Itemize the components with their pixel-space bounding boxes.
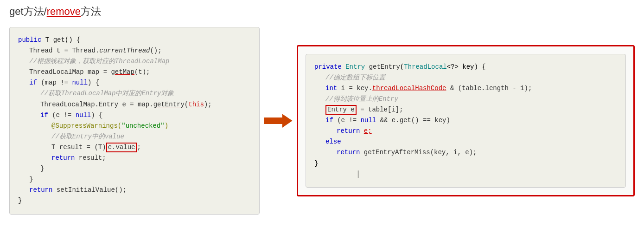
code-line: return setInitialValue(); <box>18 185 251 196</box>
code-line: T result = (T)e.value; <box>18 142 251 153</box>
code-line-comment: //得到该位置上的Entry <box>314 94 617 104</box>
main-layout: public T get() { Thread t = Thread.curre… <box>9 27 635 215</box>
title-part2: 方法 <box>81 6 101 17</box>
code-line-comment: //获取ThreadLocalMap中对应的Entry对象 <box>18 88 251 99</box>
code-line: Thread t = Thread.currentThread(); <box>18 46 251 56</box>
code-line: else <box>314 137 617 147</box>
code-line-annotation: @SuppressWarnings("unchecked") <box>18 121 251 131</box>
code-line: return getEntryAfterMiss(key, i, e); <box>314 147 617 158</box>
code-line: public T get() { <box>18 36 80 44</box>
code-line-comment: //确定数组下标位置 <box>314 72 617 83</box>
right-code-block: private Entry getEntry(ThreadLocal<?> ke… <box>306 54 626 188</box>
code-line-entry-e: Entry e = table[i]; <box>314 104 617 115</box>
code-line-comment: //根据线程对象，获取对应的ThreadLocalMap <box>18 56 251 67</box>
code-line: return e; <box>314 126 617 137</box>
svg-marker-1 <box>264 114 292 128</box>
code-line: } <box>18 197 22 204</box>
code-line: } <box>18 174 251 185</box>
code-line: } <box>18 163 251 174</box>
code-line: private Entry getEntry(ThreadLocal<?> ke… <box>314 63 486 71</box>
page-title: get方法/remove方法 <box>9 5 635 19</box>
arrow-container <box>260 109 297 132</box>
code-line: int i = key.threadLocalHashCode & (table… <box>314 83 617 94</box>
cursor: │ <box>356 169 360 180</box>
right-code-outer: private Entry getEntry(ThreadLocal<?> ke… <box>297 45 635 196</box>
code-line-comment: //获取Entry中的value <box>18 131 251 142</box>
code-line: return result; <box>18 153 251 163</box>
title-remove: remove <box>47 6 81 17</box>
code-line: ThreadLocalMap.Entry e = map.getEntry(th… <box>18 99 251 110</box>
code-line: if (map != null) { <box>18 78 251 88</box>
code-line: if (e != null) { <box>18 110 251 121</box>
title-part1: get方法/ <box>9 6 47 17</box>
arrow-icon <box>262 109 294 132</box>
code-line: } <box>314 160 318 167</box>
code-line: if (e != null && e.get() == key) <box>314 115 617 126</box>
code-line: ThreadLocalMap map = getMap(t); <box>18 67 251 78</box>
left-code-block: public T get() { Thread t = Thread.curre… <box>9 27 260 215</box>
